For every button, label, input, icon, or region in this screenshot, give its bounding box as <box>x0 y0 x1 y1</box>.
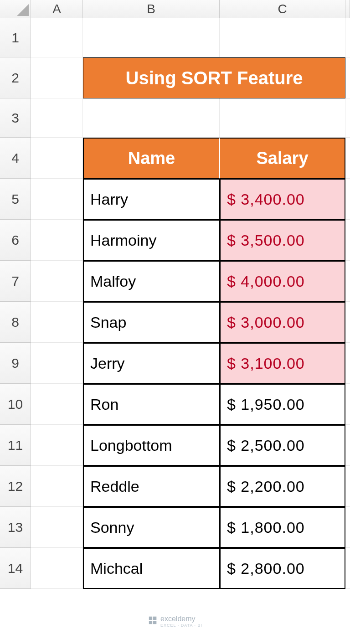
watermark-logo-icon <box>148 615 158 627</box>
row-header-4[interactable]: 4 <box>0 138 31 179</box>
data-salary-2[interactable]: $ 4,000.00 <box>220 261 345 302</box>
data-name-4[interactable]: Jerry <box>83 343 220 384</box>
select-all-corner[interactable] <box>0 0 31 18</box>
cell-edge-13 <box>345 507 350 548</box>
data-salary-0[interactable]: $ 3,400.00 <box>220 179 345 220</box>
cell-edge-4 <box>345 138 350 179</box>
cell-edge-12 <box>345 466 350 507</box>
cell-b1[interactable] <box>83 18 220 57</box>
data-salary-4[interactable]: $ 3,100.00 <box>220 343 345 384</box>
cell-a14[interactable] <box>31 548 83 589</box>
row-header-2[interactable]: 2 <box>0 57 31 98</box>
cell-edge-2 <box>345 57 350 98</box>
row-header-6[interactable]: 6 <box>0 220 31 261</box>
spreadsheet-grid: A B C 1 2 Using SORT Feature 3 4 Name Sa… <box>0 0 350 589</box>
row-header-12[interactable]: 12 <box>0 466 31 507</box>
cell-a7[interactable] <box>31 261 83 302</box>
cell-edge-8 <box>345 302 350 343</box>
data-salary-9[interactable]: $ 2,800.00 <box>220 548 345 589</box>
cell-a12[interactable] <box>31 466 83 507</box>
data-name-5[interactable]: Ron <box>83 384 220 425</box>
cell-a2[interactable] <box>31 57 83 98</box>
row-header-8[interactable]: 8 <box>0 302 31 343</box>
cell-edge-7 <box>345 261 350 302</box>
row-header-5[interactable]: 5 <box>0 179 31 220</box>
row-header-10[interactable]: 10 <box>0 384 31 425</box>
cell-a10[interactable] <box>31 384 83 425</box>
row-header-7[interactable]: 7 <box>0 261 31 302</box>
row-header-3[interactable]: 3 <box>0 98 31 138</box>
cell-a5[interactable] <box>31 179 83 220</box>
cell-a4[interactable] <box>31 138 83 179</box>
data-name-0[interactable]: Harry <box>83 179 220 220</box>
col-header-edge <box>345 0 350 18</box>
cell-b3[interactable] <box>83 98 220 138</box>
cell-edge-9 <box>345 343 350 384</box>
cell-c1[interactable] <box>220 18 345 57</box>
data-name-7[interactable]: Reddle <box>83 466 220 507</box>
row-header-11[interactable]: 11 <box>0 425 31 466</box>
cell-a13[interactable] <box>31 507 83 548</box>
data-name-1[interactable]: Harmoiny <box>83 220 220 261</box>
data-name-6[interactable]: Longbottom <box>83 425 220 466</box>
cell-edge-11 <box>345 425 350 466</box>
data-salary-6[interactable]: $ 2,500.00 <box>220 425 345 466</box>
watermark-tag: EXCEL · DATA · BI <box>160 623 202 628</box>
watermark-brand: exceldemy <box>160 615 195 623</box>
data-name-9[interactable]: Michcal <box>83 548 220 589</box>
table-header-salary[interactable]: Salary <box>220 138 345 179</box>
cell-c3[interactable] <box>220 98 345 138</box>
data-salary-3[interactable]: $ 3,000.00 <box>220 302 345 343</box>
cell-edge-14 <box>345 548 350 589</box>
cell-a11[interactable] <box>31 425 83 466</box>
cell-a1[interactable] <box>31 18 83 57</box>
row-header-14[interactable]: 14 <box>0 548 31 589</box>
row-header-13[interactable]: 13 <box>0 507 31 548</box>
data-name-2[interactable]: Malfoy <box>83 261 220 302</box>
col-header-a[interactable]: A <box>31 0 83 18</box>
data-salary-5[interactable]: $ 1,950.00 <box>220 384 345 425</box>
watermark: exceldemy EXCEL · DATA · BI <box>148 615 202 628</box>
cell-a9[interactable] <box>31 343 83 384</box>
table-header-name[interactable]: Name <box>83 138 220 179</box>
cell-a8[interactable] <box>31 302 83 343</box>
cell-edge-5 <box>345 179 350 220</box>
row-header-1[interactable]: 1 <box>0 18 31 57</box>
cell-a6[interactable] <box>31 220 83 261</box>
data-salary-8[interactable]: $ 1,800.00 <box>220 507 345 548</box>
cell-edge-3 <box>345 98 350 138</box>
col-header-b[interactable]: B <box>83 0 220 18</box>
cell-edge-10 <box>345 384 350 425</box>
cell-edge-1 <box>345 18 350 57</box>
data-salary-7[interactable]: $ 2,200.00 <box>220 466 345 507</box>
col-header-c[interactable]: C <box>220 0 345 18</box>
cell-edge-6 <box>345 220 350 261</box>
data-name-3[interactable]: Snap <box>83 302 220 343</box>
row-header-9[interactable]: 9 <box>0 343 31 384</box>
title-cell[interactable]: Using SORT Feature <box>83 57 345 98</box>
data-salary-1[interactable]: $ 3,500.00 <box>220 220 345 261</box>
data-name-8[interactable]: Sonny <box>83 507 220 548</box>
cell-a3[interactable] <box>31 98 83 138</box>
